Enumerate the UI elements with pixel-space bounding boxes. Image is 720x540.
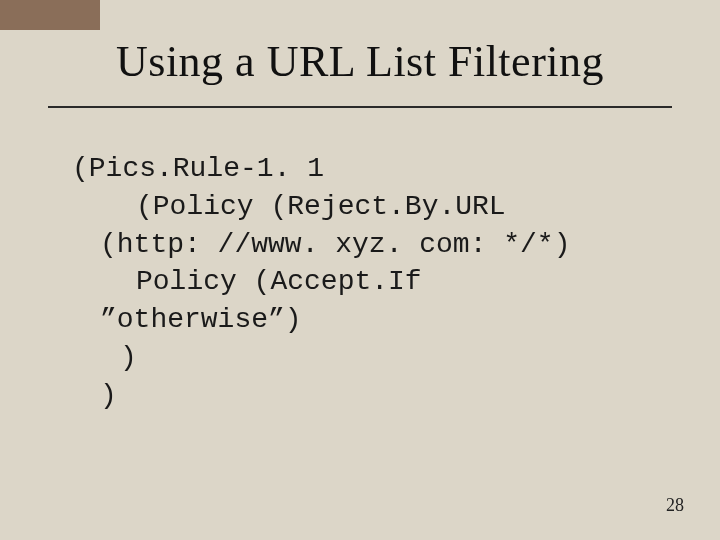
code-line: Policy (Accept.If bbox=[72, 263, 648, 301]
corner-tab bbox=[0, 0, 100, 30]
code-block: (Pics.Rule-1. 1 (Policy (Reject.By.URL (… bbox=[72, 150, 648, 415]
slide: Using a URL List Filtering (Pics.Rule-1.… bbox=[0, 0, 720, 540]
code-line: ) bbox=[72, 377, 648, 415]
code-line: (Pics.Rule-1. 1 bbox=[72, 150, 648, 188]
code-line: ”otherwise”) bbox=[72, 301, 648, 339]
page-number: 28 bbox=[666, 495, 684, 516]
code-line: (Policy (Reject.By.URL bbox=[72, 188, 648, 226]
title-divider bbox=[48, 106, 672, 108]
slide-title: Using a URL List Filtering bbox=[0, 36, 720, 87]
code-line: (http: //www. xyz. com: */*) bbox=[72, 226, 648, 264]
code-line: ) bbox=[72, 339, 648, 377]
